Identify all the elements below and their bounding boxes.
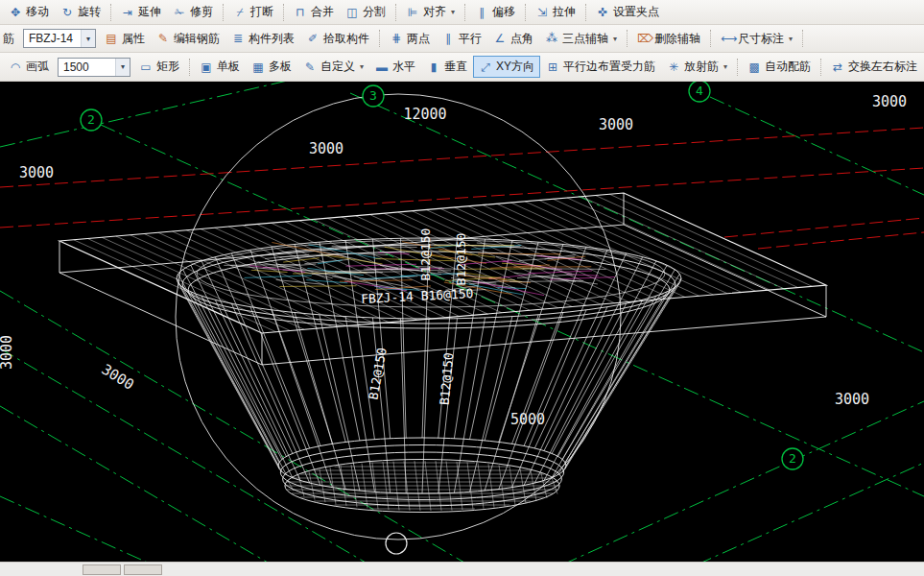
swap-annotation-button[interactable]: ⇄ 交换左右标注 [825, 56, 923, 78]
parallel-button[interactable]: ∥ 平行 [436, 28, 487, 50]
rectangle-button[interactable]: ▭ 矩形 [133, 56, 185, 78]
axis-grid-red [0, 128, 924, 249]
toolbar-separator [110, 4, 111, 21]
split-button[interactable]: ◫ 分割 [340, 1, 391, 23]
chevron-down-icon: ▾ [451, 8, 455, 16]
three-axis-icon: ⁂ [545, 33, 558, 44]
edit-rebar-icon: ✎ [156, 33, 170, 44]
edit-rebar-button[interactable]: ✎ 编辑钢筋 [151, 28, 225, 50]
auto-rebar-label: 自动配筋 [765, 59, 811, 75]
multi-slab-label: 多板 [269, 59, 292, 75]
custom-button[interactable]: ✎ 自定义 ▾ [297, 56, 369, 78]
delete-axis-button[interactable]: ⌦ 删除辅轴 [631, 28, 706, 50]
three-point-axis-button[interactable]: ⁂ 三点辅轴 ▾ [539, 28, 623, 50]
component-list-button[interactable]: ≣ 构件列表 [225, 28, 300, 50]
dimension-label: 尺寸标注 [738, 31, 784, 47]
grid-line [724, 218, 924, 237]
toolbar-separator [585, 4, 586, 21]
parallel-label: 平行 [459, 31, 482, 47]
single-slab-button[interactable]: ▣ 单板 [194, 56, 246, 78]
component-select[interactable]: FBZJ-14 ▾ [23, 29, 96, 48]
statusbar-button-2[interactable] [124, 564, 162, 575]
swap-annotation-label: 交换左右标注 [848, 59, 917, 75]
two-point-icon: ⋕ [390, 33, 403, 44]
point-angle-button[interactable]: ∠ 点角 [487, 28, 539, 50]
draw-arc-label: 画弧 [26, 59, 49, 75]
toolbar-separator [464, 4, 465, 21]
move-button[interactable]: ✥ 移动 [3, 1, 55, 23]
single-slab-label: 单板 [217, 59, 240, 75]
offset-button[interactable]: ∥ 偏移 [469, 1, 521, 23]
axis-bubble-label: 3 [369, 88, 377, 103]
rebar-label: B12@150 [454, 233, 468, 286]
slab-rebar-hatch [74, 194, 813, 332]
vertical-icon: ▮ [427, 61, 440, 73]
horizontal-label: 水平 [392, 59, 415, 75]
radius-select-value: 1500 [63, 60, 111, 74]
dimension-button[interactable]: ⟷ 尺寸标注 ▾ [715, 28, 798, 50]
chevron-down-icon: ▾ [613, 35, 617, 43]
set-grips-button[interactable]: ✜ 设置夹点 [590, 1, 665, 23]
axis-bubble-empty [386, 533, 407, 554]
statusbar-button-1[interactable] [83, 564, 121, 575]
merge-button[interactable]: ⊓ 合并 [288, 1, 340, 23]
horizontal-button[interactable]: ▬ 水平 [369, 56, 421, 78]
break-icon: ⌿ [233, 7, 247, 18]
rectangle-label: 矩形 [156, 59, 179, 75]
radial-rebar-label: 放射筋 [684, 59, 719, 75]
dimension-icon: ⟷ [721, 33, 734, 44]
auto-rebar-button[interactable]: ▩ 自动配筋 [742, 56, 817, 78]
axis-line [0, 348, 389, 562]
drawing-canvas[interactable]: 2 3 4 2 3000 3000 12000 3000 3000 300 [0, 82, 924, 562]
axis-bubble-label: 2 [789, 451, 796, 466]
trim-icon: ✁ [173, 7, 186, 18]
break-button[interactable]: ⌿ 打断 [227, 1, 279, 23]
model-viewport: 2 3 4 2 3000 3000 12000 3000 3000 300 [0, 82, 924, 562]
two-point-button[interactable]: ⋕ 两点 [384, 28, 436, 50]
vertical-button[interactable]: ▮ 垂直 [421, 56, 473, 78]
move-label: 移动 [26, 4, 49, 20]
toolbar-separator [737, 59, 738, 76]
radius-select[interactable]: 1500 ▾ [58, 58, 130, 77]
rebar-label: B12@150 [418, 228, 433, 281]
pick-component-button[interactable]: ✐ 拾取构件 [300, 28, 375, 50]
properties-button[interactable]: ▤ 属性 [99, 28, 151, 50]
multi-slab-button[interactable]: ▦ 多板 [246, 56, 297, 78]
align-button[interactable]: ⊫ 对齐 ▾ [400, 1, 461, 23]
axis-line [710, 97, 924, 195]
draw-arc-button[interactable]: ◠ 画弧 [3, 56, 55, 78]
extend-label: 延伸 [138, 4, 161, 20]
toolbar-component-row: 筋 FBZJ-14 ▾ ▤ 属性 ✎ 编辑钢筋 ≣ 构件列表 ✐ 拾取构件 ⋕ … [0, 25, 924, 53]
three-point-axis-label: 三点辅轴 [562, 31, 608, 47]
stretch-button[interactable]: ⇲ 拉伸 [530, 1, 581, 23]
rebar-label: B12@150 [366, 347, 389, 401]
axis-line [0, 82, 317, 147]
rotate-button[interactable]: ↻ 旋转 [55, 1, 107, 23]
stretch-label: 拉伸 [553, 4, 576, 20]
toolbar-separator [189, 59, 190, 76]
two-point-label: 两点 [407, 31, 430, 47]
trim-button[interactable]: ✁ 修剪 [167, 1, 219, 23]
vertical-label: 垂直 [444, 59, 467, 75]
axis-bubble-4: 4 [689, 82, 710, 102]
dimension-text: 12000 [403, 106, 446, 123]
custom-icon: ✎ [303, 61, 317, 73]
radial-rebar-icon: ✳ [667, 61, 680, 73]
radial-rebar-button[interactable]: ✳ 放射筋 ▾ [661, 56, 733, 78]
toolbar-modify-row: ✥ 移动 ↻ 旋转 ⇥ 延伸 ✁ 修剪 ⌿ 打断 ⊓ 合并 ◫ 分割 [0, 0, 924, 25]
dimension-text: 3000 [599, 116, 633, 133]
rebar-label: B12@150 [438, 352, 457, 406]
axis-line [0, 406, 291, 562]
xy-direction-button[interactable]: ⤢ XY方向 [473, 56, 540, 78]
rotate-icon: ↻ [60, 7, 74, 18]
multi-slab-icon: ▦ [251, 61, 265, 73]
extend-button[interactable]: ⇥ 延伸 [115, 1, 167, 23]
chevron-down-icon: ▾ [115, 59, 130, 76]
dimension-text: 3000 [0, 335, 15, 370]
rotate-label: 旋转 [78, 4, 101, 20]
toolbar-separator [525, 4, 526, 21]
dimension-text: 3000 [99, 361, 137, 394]
parallel-edge-rebar-button[interactable]: ⊞ 平行边布置受力筋 [540, 56, 661, 78]
merge-label: 合并 [311, 4, 334, 20]
toolbar-separator [627, 30, 628, 47]
